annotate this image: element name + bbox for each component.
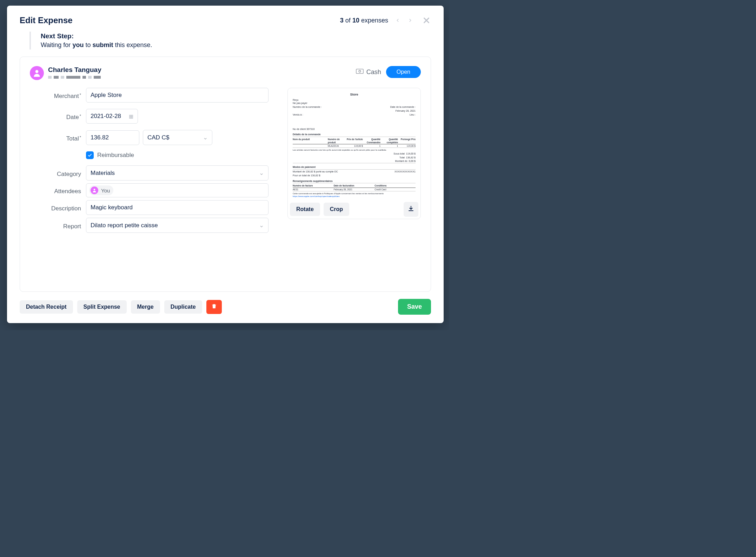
- modal-header: Edit Expense 3 of 10 expenses: [20, 15, 431, 25]
- attendee-chip[interactable]: You: [89, 185, 113, 195]
- prev-expense-button[interactable]: [394, 17, 401, 24]
- calendar-icon: ▦: [129, 113, 133, 119]
- payment-open: Cash Open: [356, 66, 421, 78]
- crop-button[interactable]: Crop: [324, 203, 349, 216]
- reimbursable-checkbox[interactable]: [86, 151, 94, 159]
- merge-button[interactable]: Merge: [131, 300, 160, 314]
- save-button[interactable]: Save: [398, 299, 431, 315]
- attendees-label: Attendees: [30, 186, 86, 195]
- receipt-actions: Rotate Crop: [290, 202, 418, 217]
- receipt-panel: Store Reçu Ne pas payer Numéro de la com…: [287, 88, 421, 219]
- form-area: Merchant Apple Store Date 2021-02-28 ▦ T…: [30, 88, 421, 236]
- next-step-banner: Next Step: Waiting for you to submit thi…: [29, 32, 431, 50]
- user-name: Charles Tanguay: [48, 66, 101, 74]
- rotate-button[interactable]: Rotate: [290, 203, 320, 216]
- open-button[interactable]: Open: [386, 66, 421, 78]
- download-icon: [408, 207, 414, 213]
- total-label: Total: [30, 133, 86, 142]
- svg-point-2: [359, 70, 361, 72]
- pagination-text: 3 of 10 expenses: [340, 17, 388, 24]
- footer: Detach Receipt Split Expense Merge Dupli…: [20, 299, 431, 315]
- reimbursable-label: Reimbursable: [97, 152, 134, 159]
- attendees-input[interactable]: You: [86, 183, 268, 197]
- svg-point-0: [35, 70, 39, 73]
- download-button[interactable]: [404, 202, 418, 217]
- category-label: Category: [30, 169, 86, 178]
- user-subtext-redacted: [48, 76, 101, 79]
- header-right: 3 of 10 expenses: [340, 16, 431, 25]
- avatar-icon: [91, 186, 98, 194]
- modal-title: Edit Expense: [20, 15, 73, 25]
- receipt-image[interactable]: Store Reçu Ne pas payer Numéro de la com…: [290, 90, 418, 200]
- total-input[interactable]: 136.82: [86, 130, 139, 145]
- report-select[interactable]: Dilato report petite caisse ⌄: [86, 218, 268, 233]
- chevron-down-icon: ⌄: [259, 169, 264, 177]
- delete-button[interactable]: [206, 300, 222, 314]
- detach-receipt-button[interactable]: Detach Receipt: [20, 300, 73, 314]
- avatar: [30, 66, 44, 80]
- next-expense-button[interactable]: [407, 17, 413, 24]
- user-block: Charles Tanguay: [30, 66, 101, 80]
- description-input[interactable]: Magic keyboard: [86, 200, 268, 215]
- currency-select[interactable]: CAD C$ ⌄: [143, 130, 212, 145]
- next-step-body: Waiting for you to submit this expense.: [41, 41, 431, 49]
- chevron-down-icon: ⌄: [203, 134, 208, 141]
- duplicate-button[interactable]: Duplicate: [164, 300, 202, 314]
- reimbursable-row: Reimbursable: [86, 151, 134, 159]
- date-input[interactable]: 2021-02-28 ▦: [86, 109, 138, 124]
- category-select[interactable]: Materials ⌄: [86, 165, 268, 181]
- report-label: Report: [30, 221, 86, 230]
- merchant-input[interactable]: Apple Store: [86, 88, 268, 103]
- expense-card: Charles Tanguay: [20, 57, 431, 292]
- description-label: Description: [30, 203, 86, 212]
- next-step-title: Next Step:: [41, 32, 431, 40]
- close-button[interactable]: [422, 16, 431, 25]
- date-label: Date: [30, 112, 86, 121]
- edit-expense-modal: Edit Expense 3 of 10 expenses Next Step:…: [7, 6, 444, 323]
- pagination-current: 3: [340, 17, 344, 24]
- pagination-total: 10: [352, 17, 359, 24]
- chevron-down-icon: ⌄: [259, 222, 264, 229]
- merchant-label: Merchant: [30, 91, 86, 100]
- cash-icon: [356, 68, 364, 76]
- split-expense-button[interactable]: Split Expense: [77, 300, 127, 314]
- svg-point-3: [94, 189, 95, 190]
- form-left: Merchant Apple Store Date 2021-02-28 ▦ T…: [30, 88, 272, 236]
- svg-rect-1: [356, 69, 363, 73]
- trash-icon: [211, 303, 217, 310]
- payment-method: Cash: [356, 68, 381, 76]
- card-top: Charles Tanguay: [30, 66, 421, 80]
